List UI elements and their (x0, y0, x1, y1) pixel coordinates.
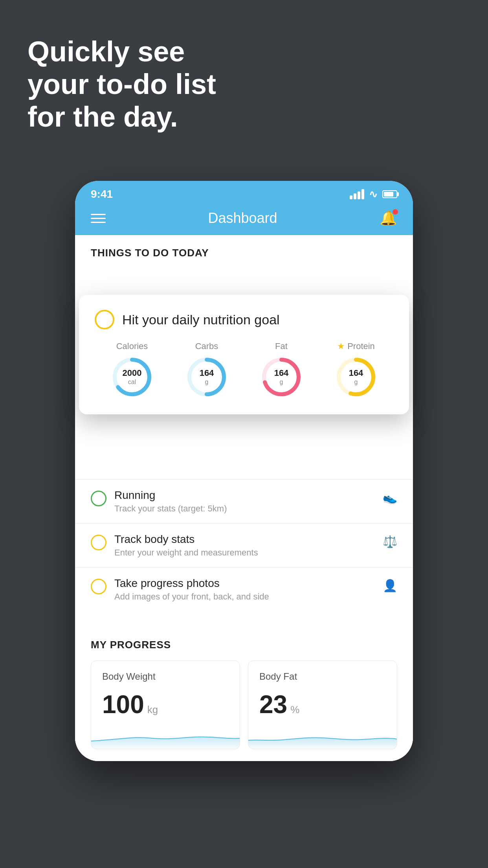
protein-label: Protein (347, 341, 375, 351)
hamburger-menu[interactable] (91, 214, 106, 223)
fat-label: Fat (275, 341, 288, 351)
body-fat-number: 23 (259, 690, 287, 719)
calories-label: Calories (116, 341, 148, 351)
body-fat-title: Body Fat (259, 671, 386, 682)
card-header: Hit your daily nutrition goal (95, 310, 393, 329)
todo-title-photos: Take progress photos (114, 577, 375, 590)
carbs-donut: 164 g (185, 355, 228, 399)
todo-subtitle-photos: Add images of your front, back, and side (114, 592, 375, 602)
phone-wrapper: 9:41 ∿ Dashboard 🔔 (75, 181, 413, 761)
todo-list: Running Track your stats (target: 5km) 👟… (75, 479, 413, 611)
notification-dot (393, 209, 398, 215)
body-weight-number: 100 (102, 690, 144, 719)
protein-unit: g (349, 379, 363, 386)
todo-text-photos: Take progress photos Add images of your … (114, 577, 375, 602)
protein-label-row: ★ Protein (337, 341, 375, 351)
nutrition-item-calories: Calories 2000 cal (110, 341, 154, 399)
phone: 9:41 ∿ Dashboard 🔔 (75, 181, 413, 761)
status-icons: ∿ (350, 188, 397, 200)
star-icon: ★ (337, 341, 345, 351)
carbs-center: 164 g (200, 368, 214, 386)
todo-text-running: Running Track your stats (target: 5km) (114, 489, 375, 514)
nutrition-card[interactable]: Hit your daily nutrition goal Calories 2… (79, 295, 409, 414)
todo-title-body-stats: Track body stats (114, 533, 375, 546)
wifi-icon: ∿ (369, 188, 378, 200)
progress-cards: Body Weight 100 kg (91, 660, 397, 749)
fat-center: 164 g (274, 368, 289, 386)
fat-donut: 164 g (260, 355, 303, 399)
list-item[interactable]: Take progress photos Add images of your … (75, 567, 413, 611)
carbs-unit: g (200, 379, 214, 386)
todo-subtitle-body-stats: Enter your weight and measurements (114, 548, 375, 558)
headline-line3: for the day. (28, 101, 216, 133)
calories-value: 2000 (123, 368, 142, 378)
body-fat-unit: % (290, 704, 299, 716)
calories-donut: 2000 cal (110, 355, 154, 399)
protein-donut: 164 g (334, 355, 378, 399)
scale-icon: ⚖️ (383, 535, 397, 548)
signal-icon (350, 189, 364, 199)
progress-section: MY PROGRESS Body Weight 100 kg (75, 627, 413, 761)
body-fat-card[interactable]: Body Fat 23 % (248, 660, 397, 749)
time-display: 9:41 (91, 188, 113, 200)
body-fat-chart (248, 725, 397, 749)
carbs-value: 164 (200, 368, 214, 378)
body-fat-value-row: 23 % (259, 690, 386, 719)
nutrition-circle-check (95, 310, 114, 329)
carbs-label: Carbs (195, 341, 218, 351)
nutrition-grid: Calories 2000 cal Carbs (95, 341, 393, 399)
fat-unit: g (274, 379, 289, 386)
things-section-header: THINGS TO DO TODAY (75, 235, 413, 267)
headline: Quickly see your to-do list for the day. (28, 35, 216, 133)
headline-line1: Quickly see (28, 35, 216, 68)
body-weight-title: Body Weight (102, 671, 229, 682)
body-weight-card[interactable]: Body Weight 100 kg (91, 660, 240, 749)
notification-bell[interactable]: 🔔 (380, 210, 397, 226)
todo-title-running: Running (114, 489, 375, 502)
nutrition-item-fat: Fat 164 g (260, 341, 303, 399)
protein-center: 164 g (349, 368, 363, 386)
body-weight-value-row: 100 kg (102, 690, 229, 719)
todo-circle-photos (91, 579, 106, 594)
todo-circle-running (91, 491, 106, 506)
progress-header: MY PROGRESS (91, 639, 397, 651)
todo-circle-body-stats (91, 535, 106, 550)
todo-subtitle-running: Track your stats (target: 5km) (114, 504, 375, 514)
status-bar: 9:41 ∿ (75, 181, 413, 204)
running-icon: 👟 (383, 491, 397, 504)
nav-title: Dashboard (208, 210, 277, 226)
body-weight-unit: kg (147, 704, 158, 716)
nav-bar: Dashboard 🔔 (75, 204, 413, 235)
body-weight-chart (91, 725, 240, 749)
protein-value: 164 (349, 368, 363, 378)
calories-unit: cal (123, 379, 142, 386)
list-item[interactable]: Running Track your stats (target: 5km) 👟 (75, 479, 413, 523)
list-item[interactable]: Track body stats Enter your weight and m… (75, 523, 413, 567)
todo-text-body-stats: Track body stats Enter your weight and m… (114, 533, 375, 558)
camera-icon: 👤 (383, 579, 397, 592)
card-title: Hit your daily nutrition goal (122, 312, 280, 327)
fat-value: 164 (274, 368, 289, 378)
headline-line2: your to-do list (28, 68, 216, 101)
nutrition-item-protein: ★ Protein 164 g (334, 341, 378, 399)
nutrition-item-carbs: Carbs 164 g (185, 341, 228, 399)
battery-icon (382, 190, 397, 198)
calories-center: 2000 cal (123, 368, 142, 386)
